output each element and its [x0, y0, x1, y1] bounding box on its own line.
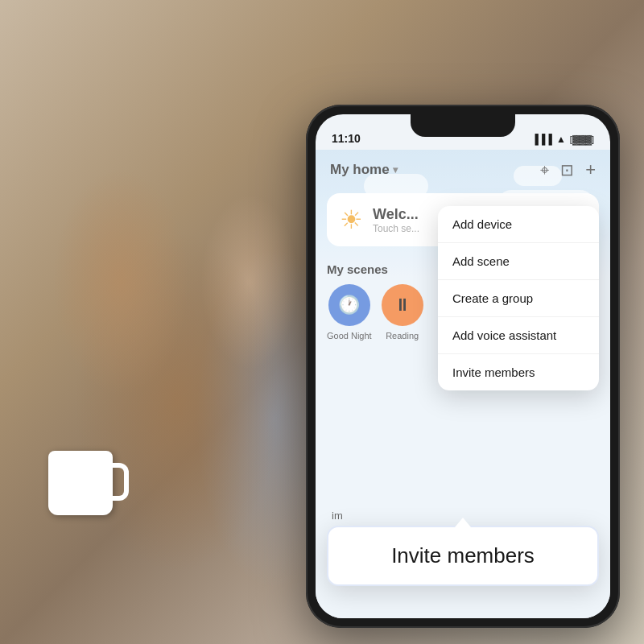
- wifi-icon: ▲: [556, 134, 566, 145]
- status-time: 11:10: [332, 132, 361, 145]
- phone-notch: [411, 114, 515, 137]
- phone-screen: 11:10 ▐▐▐ ▲ [▓▓▓] My home: [316, 114, 610, 618]
- battery-icon: [▓▓▓]: [570, 134, 594, 144]
- menu-item-create-group[interactable]: Create a group: [438, 280, 599, 317]
- menu-item-add-device[interactable]: Add device: [438, 206, 599, 243]
- invite-members-tooltip: Invite members: [327, 526, 599, 586]
- app-content: My home ▾ ⌖ ⊡ + ☀ Welc... Touch se...: [316, 150, 610, 618]
- menu-item-add-voice[interactable]: Add voice assistant: [438, 317, 599, 354]
- tooltip-text: Invite members: [345, 543, 581, 568]
- hint-text: im: [332, 510, 343, 522]
- menu-item-add-scene[interactable]: Add scene: [438, 243, 599, 280]
- phone-container: 11:10 ▐▐▐ ▲ [▓▓▓] My home: [306, 105, 620, 628]
- status-icons: ▐▐▐ ▲ [▓▓▓]: [531, 134, 594, 145]
- phone-frame: 11:10 ▐▐▐ ▲ [▓▓▓] My home: [306, 105, 620, 628]
- menu-item-invite-members[interactable]: Invite members: [438, 354, 599, 390]
- coffee-mug: [48, 451, 113, 515]
- dropdown-menu: Add device Add scene Create a group Add …: [438, 206, 599, 390]
- signal-icon: ▐▐▐: [531, 134, 552, 145]
